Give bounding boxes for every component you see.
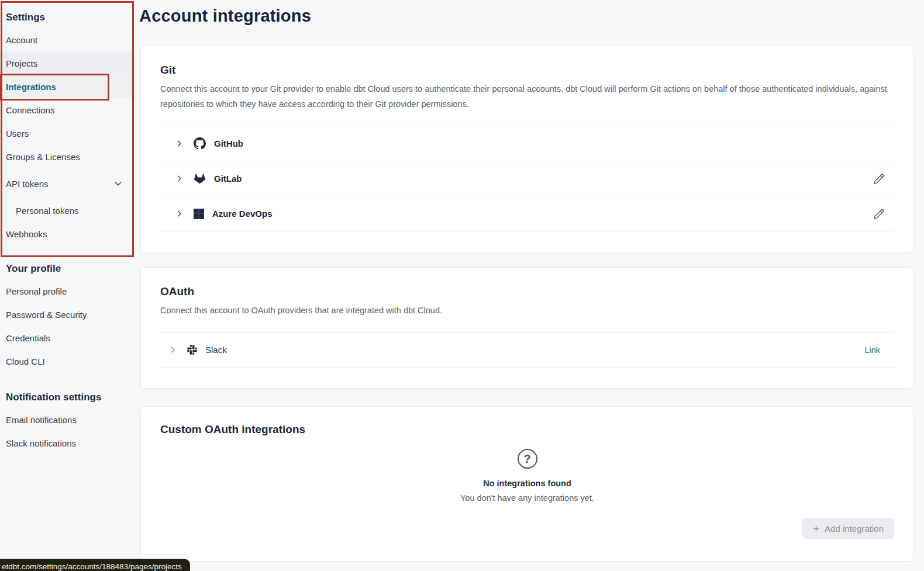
github-icon: [194, 137, 206, 150]
sidebar-item-integrations[interactable]: Integrations: [0, 75, 135, 98]
sidebar-item-account[interactable]: Account: [0, 28, 135, 51]
gitlab-icon: [194, 172, 206, 185]
git-row-github[interactable]: GitHub: [160, 126, 894, 161]
main-content: Account integrations Git Connect this ac…: [135, 0, 924, 571]
git-card-description: Connect this account to your Git provide…: [160, 81, 894, 112]
sidebar-item-slack-notifications[interactable]: Slack notifications: [0, 431, 135, 455]
chevron-down-icon: [113, 179, 123, 188]
oauth-card-description: Connect this account to OAuth providers …: [160, 303, 894, 318]
edit-pencil-icon[interactable]: [873, 208, 885, 220]
oauth-card-title: OAuth: [160, 285, 894, 298]
sidebar-item-credentials[interactable]: Credentials: [0, 326, 135, 349]
sidebar-item-personal-tokens[interactable]: Personal tokens: [0, 199, 135, 222]
oauth-card: OAuth Connect this account to OAuth prov…: [140, 267, 913, 389]
chevron-right-icon[interactable]: [175, 139, 184, 148]
sidebar-item-email-notifications[interactable]: Email notifications: [0, 408, 135, 431]
slack-icon: [187, 345, 197, 355]
sidebar-item-connections[interactable]: Connections: [0, 98, 135, 122]
sidebar-item-api-tokens[interactable]: API tokens: [0, 172, 135, 195]
chevron-right-icon[interactable]: [168, 345, 177, 354]
page-title: Account integrations: [139, 6, 924, 26]
git-row-label: GitLab: [214, 174, 242, 184]
oauth-row-label: Slack: [205, 345, 227, 355]
git-row-label: GitHub: [214, 139, 243, 148]
sidebar-item-groups-licenses[interactable]: Groups & Licenses: [0, 145, 135, 168]
sidebar-item-cloud-cli[interactable]: Cloud CLI: [0, 349, 135, 373]
oauth-provider-list: Slack Link: [160, 332, 894, 368]
sidebar-item-users[interactable]: Users: [0, 122, 135, 145]
git-card-title: Git: [160, 64, 894, 77]
sidebar-item-personal-profile[interactable]: Personal profile: [0, 279, 135, 303]
git-card: Git Connect this account to your Git pro…: [140, 46, 913, 252]
empty-state: ? No integrations found You don't have a…: [160, 449, 894, 503]
sidebar-item-password-security[interactable]: Password & Security: [0, 303, 135, 326]
link-status-tooltip: etdbt.com/settings/accounts/188483/pages…: [0, 559, 190, 571]
edit-pencil-icon[interactable]: [873, 173, 885, 185]
settings-sidebar: Settings Account Projects Integrations C…: [0, 0, 135, 571]
git-provider-list: GitHub GitLab Azure DevOps: [160, 126, 894, 231]
sidebar-item-projects[interactable]: Projects: [0, 51, 135, 75]
sidebar-heading-notification-settings: Notification settings: [0, 387, 135, 408]
plus-icon: +: [813, 523, 819, 534]
chevron-right-icon[interactable]: [175, 209, 184, 218]
sidebar-item-webhooks[interactable]: Webhooks: [0, 222, 135, 245]
azure-devops-icon: [194, 209, 204, 219]
slack-link-action[interactable]: Link: [864, 345, 880, 355]
git-row-azure-devops[interactable]: Azure DevOps: [160, 196, 894, 231]
custom-oauth-card-title: Custom OAuth integrations: [160, 423, 894, 436]
sidebar-heading-settings: Settings: [0, 7, 135, 28]
custom-oauth-card: Custom OAuth integrations ? No integrati…: [140, 406, 913, 562]
chevron-right-icon[interactable]: [175, 174, 184, 183]
empty-state-subtitle: You don't have any integrations yet.: [460, 493, 594, 503]
sidebar-heading-your-profile: Your profile: [0, 258, 135, 279]
add-integration-button[interactable]: + Add integration: [802, 518, 894, 539]
question-circle-icon: ?: [518, 449, 537, 469]
git-row-label: Azure DevOps: [212, 209, 273, 219]
empty-state-title: No integrations found: [483, 479, 571, 488]
oauth-row-slack[interactable]: Slack Link: [160, 332, 894, 367]
git-row-gitlab[interactable]: GitLab: [160, 161, 894, 196]
add-integration-label: Add integration: [825, 524, 884, 534]
